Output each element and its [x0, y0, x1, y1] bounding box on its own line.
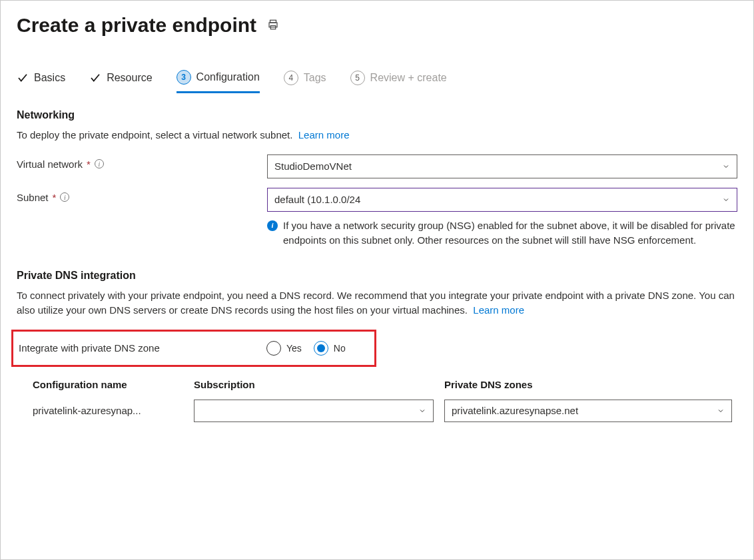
col-header-subscription: Subscription: [194, 379, 434, 390]
integrate-dns-no-radio[interactable]: No: [314, 341, 346, 356]
tab-review-label: Review + create: [370, 72, 447, 84]
private-dns-zone-dropdown[interactable]: privatelink.azuresynapse.net: [444, 400, 732, 422]
tab-tags-label: Tags: [304, 72, 326, 84]
col-header-dns-zones: Private DNS zones: [444, 379, 732, 390]
chevron-down-icon: [717, 407, 725, 415]
col-header-config: Configuration name: [33, 379, 183, 390]
wizard-tabs: Basics Resource 3 Configuration 4 Tags 5…: [17, 70, 737, 93]
tab-resource[interactable]: Resource: [89, 72, 152, 91]
subscription-dropdown[interactable]: [194, 400, 434, 422]
tab-tags[interactable]: 4 Tags: [284, 71, 326, 92]
step-number-icon: 5: [350, 71, 365, 85]
radio-no-label: No: [334, 343, 346, 354]
tab-review[interactable]: 5 Review + create: [350, 71, 447, 92]
print-icon[interactable]: [267, 19, 279, 33]
vnet-value: StudioDemoVNet: [274, 160, 352, 172]
dns-learn-more-link[interactable]: Learn more: [473, 304, 524, 316]
required-indicator: *: [53, 192, 57, 203]
page-title: Create a private endpoint: [17, 14, 256, 37]
check-icon: [17, 72, 29, 84]
chevron-down-icon: [722, 196, 730, 204]
info-icon[interactable]: i: [95, 159, 104, 168]
required-indicator: *: [87, 158, 91, 170]
chevron-down-icon: [418, 407, 426, 415]
subnet-value: default (10.1.0.0/24: [274, 194, 360, 205]
vnet-dropdown[interactable]: StudioDemoVNet: [267, 154, 737, 178]
private-dns-zone-value: privatelink.azuresynapse.net: [452, 405, 578, 416]
config-name-cell: privatelink-azuresynap...: [33, 405, 183, 416]
subnet-dropdown[interactable]: default (10.1.0.0/24: [267, 188, 737, 212]
subnet-label: Subnet * i: [17, 188, 267, 203]
tab-basics[interactable]: Basics: [17, 72, 65, 91]
networking-heading: Networking: [17, 109, 737, 121]
vnet-label: Virtual network * i: [17, 154, 267, 170]
nsg-info-text: If you have a network security group (NS…: [283, 218, 737, 248]
dns-desc: To connect privately with your private e…: [17, 288, 737, 318]
table-row: privatelink-azuresynap... privatelink.az…: [33, 400, 732, 422]
step-number-icon: 4: [284, 71, 298, 85]
step-number-icon: 3: [177, 70, 191, 85]
integrate-dns-highlight: Integrate with private DNS zone Yes No: [11, 330, 376, 367]
tab-basics-label: Basics: [34, 72, 65, 84]
info-icon[interactable]: i: [60, 192, 69, 202]
tab-resource-label: Resource: [107, 72, 152, 84]
networking-desc: To deploy the private endpoint, select a…: [17, 128, 737, 142]
nsg-info-box: i If you have a network security group (…: [267, 218, 737, 248]
integrate-dns-label: Integrate with private DNS zone: [16, 342, 266, 354]
networking-learn-more-link[interactable]: Learn more: [298, 129, 350, 140]
tab-configuration[interactable]: 3 Configuration: [177, 70, 260, 93]
dns-heading: Private DNS integration: [17, 270, 737, 282]
info-icon: i: [267, 220, 278, 231]
check-icon: [89, 72, 101, 84]
integrate-dns-yes-radio[interactable]: Yes: [266, 341, 302, 356]
chevron-down-icon: [722, 162, 730, 170]
radio-yes-label: Yes: [286, 343, 302, 354]
dns-zones-table: Configuration name Subscription Private …: [33, 379, 732, 422]
tab-configuration-label: Configuration: [196, 71, 260, 83]
